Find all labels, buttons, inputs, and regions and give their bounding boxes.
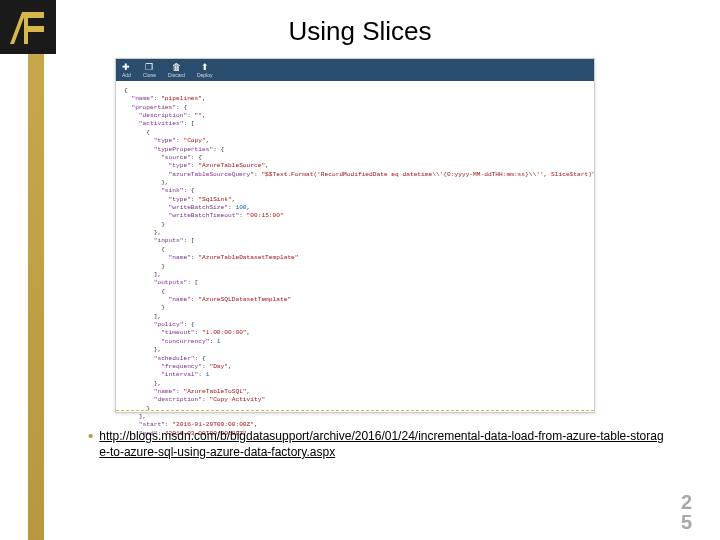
toolbar-discard-label: Discard bbox=[168, 73, 185, 78]
toolbar-deploy-label: Deploy bbox=[197, 73, 213, 78]
clone-button[interactable]: ❐ Clone bbox=[143, 63, 156, 78]
code-body: { "name": "pipelines", "properties": { "… bbox=[116, 81, 594, 444]
page-number-bottom: 5 bbox=[681, 512, 692, 532]
plus-icon: ✚ bbox=[122, 63, 130, 72]
deploy-button[interactable]: ⬆ Deploy bbox=[197, 63, 213, 78]
slide-title: Using Slices bbox=[0, 16, 720, 47]
toolbar-clone-label: Clone bbox=[143, 73, 156, 78]
bullet-dot-icon: • bbox=[88, 428, 93, 444]
clone-icon: ❐ bbox=[145, 63, 153, 72]
accent-stripe bbox=[28, 0, 44, 540]
trash-icon: 🗑 bbox=[172, 63, 181, 72]
panel-highlight-border bbox=[116, 410, 594, 411]
add-button[interactable]: ✚ Add bbox=[122, 63, 131, 78]
deploy-icon: ⬆ bbox=[201, 63, 209, 72]
toolbar-add-label: Add bbox=[122, 73, 131, 78]
code-editor-panel: ✚ Add ❐ Clone 🗑 Discard ⬆ Deploy { "name… bbox=[115, 58, 595, 413]
page-number: 2 5 bbox=[681, 492, 692, 532]
editor-toolbar: ✚ Add ❐ Clone 🗑 Discard ⬆ Deploy bbox=[116, 59, 594, 81]
reference-bullet: • http://blogs.msdn.com/b/bigdatasupport… bbox=[88, 428, 668, 460]
discard-button[interactable]: 🗑 Discard bbox=[168, 63, 185, 78]
reference-link[interactable]: http://blogs.msdn.com/b/bigdatasupport/a… bbox=[99, 428, 668, 460]
page-number-top: 2 bbox=[681, 492, 692, 512]
